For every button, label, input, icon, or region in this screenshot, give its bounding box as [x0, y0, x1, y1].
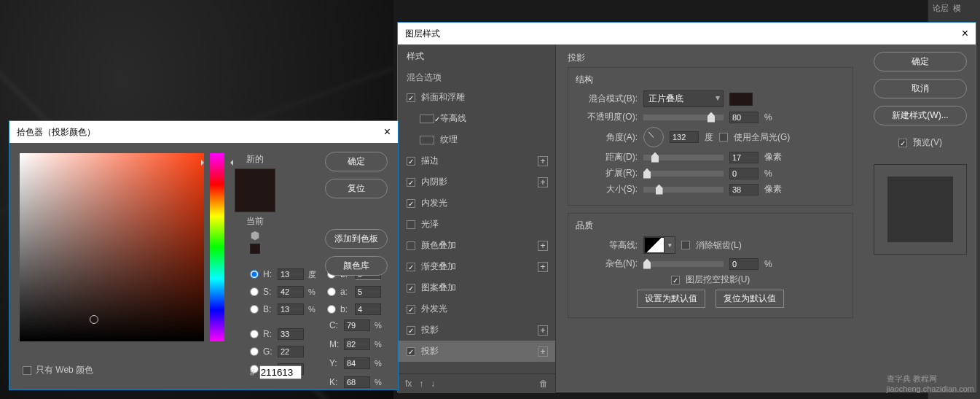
style-item-color-overlay[interactable]: 颜色叠加+	[398, 235, 555, 256]
radio-b[interactable]	[250, 305, 259, 314]
hue-slider[interactable]	[210, 153, 224, 341]
checkbox-icon[interactable]	[407, 178, 415, 187]
g-input[interactable]	[278, 346, 304, 357]
checkbox-icon[interactable]	[407, 220, 415, 229]
hex-input[interactable]	[259, 365, 302, 379]
antialias-checkbox[interactable]	[681, 241, 690, 249]
reset-default-button[interactable]: 复位为默认值	[716, 290, 784, 308]
gamut-color-swatch[interactable]	[250, 244, 260, 254]
bc-input[interactable]	[278, 303, 304, 315]
add-effect-icon[interactable]: +	[538, 262, 548, 272]
add-effect-icon[interactable]: +	[538, 177, 548, 187]
style-item-drop-shadow-1[interactable]: 投影+	[398, 319, 555, 341]
add-swatch-button[interactable]: 添加到色板	[325, 229, 388, 249]
angle-dial[interactable]	[643, 127, 664, 147]
panel-tab-layers[interactable]: 论层	[933, 3, 949, 14]
opacity-input[interactable]	[729, 112, 758, 123]
styles-heading[interactable]: 样式	[398, 44, 555, 69]
new-style-button[interactable]: 新建样式(W)...	[874, 106, 967, 125]
color-libraries-button[interactable]: 颜色库	[325, 256, 388, 276]
checkbox-icon[interactable]	[407, 305, 415, 314]
style-item-pattern-overlay[interactable]: 图案叠加	[398, 277, 555, 298]
knockout-checkbox[interactable]	[671, 276, 680, 284]
checkbox-icon[interactable]	[407, 93, 415, 102]
web-only-checkbox[interactable]	[23, 366, 31, 375]
style-item-gradient-overlay[interactable]: 渐变叠加+	[398, 256, 555, 277]
radio-h[interactable]	[250, 270, 259, 279]
checkbox-icon[interactable]	[407, 347, 415, 356]
s-input[interactable]	[278, 286, 304, 298]
m-input[interactable]	[344, 338, 370, 350]
make-default-button[interactable]: 设置为默认值	[637, 290, 705, 308]
radio-g[interactable]	[250, 347, 259, 356]
style-item-satin[interactable]: 光泽	[398, 214, 555, 235]
checkbox-icon[interactable]	[407, 263, 415, 271]
checkbox-icon[interactable]	[420, 115, 434, 123]
checkbox-icon[interactable]	[407, 199, 415, 208]
layer-style-titlebar[interactable]: 图层样式 ×	[398, 23, 976, 44]
color-picker-titlebar[interactable]: 拾色器（投影颜色） ×	[9, 121, 398, 143]
noise-input[interactable]	[729, 258, 758, 270]
opacity-slider[interactable]	[643, 115, 724, 120]
style-item-bevel[interactable]: 斜面和浮雕	[398, 87, 555, 108]
blend-mode-select[interactable]: 正片叠底	[643, 90, 724, 107]
spread-slider[interactable]	[643, 171, 724, 177]
checkbox-icon[interactable]	[407, 326, 415, 335]
k-unit: %	[375, 378, 385, 387]
add-effect-icon[interactable]: +	[538, 241, 548, 251]
cancel-button[interactable]: 取消	[874, 79, 967, 98]
blend-options[interactable]: 混合选项	[398, 69, 555, 87]
y-input[interactable]	[344, 357, 370, 369]
global-light-checkbox[interactable]	[719, 133, 728, 142]
checkbox-icon[interactable]	[407, 241, 415, 250]
trash-icon[interactable]: 🗑	[539, 379, 548, 389]
add-effect-icon[interactable]: +	[538, 325, 548, 336]
radio-b2[interactable]	[327, 305, 336, 314]
close-icon[interactable]: ×	[962, 27, 968, 40]
chevron-down-icon[interactable]: ▾	[665, 237, 675, 253]
radio-s[interactable]	[250, 287, 259, 296]
reset-button[interactable]: 复位	[325, 179, 388, 198]
checkbox-icon[interactable]	[407, 157, 415, 166]
checkbox-icon[interactable]	[420, 136, 434, 144]
add-effect-icon[interactable]: +	[538, 156, 548, 166]
radio-a[interactable]	[327, 287, 336, 296]
size-slider[interactable]	[643, 187, 724, 193]
r-input[interactable]	[278, 328, 304, 340]
angle-input[interactable]	[670, 131, 699, 143]
ok-button[interactable]: 确定	[325, 152, 388, 171]
style-item-inner-glow[interactable]: 内发光	[398, 193, 555, 214]
k-input[interactable]	[344, 376, 370, 388]
b2-input[interactable]	[355, 303, 381, 315]
panel-tab-other[interactable]: 横	[953, 3, 961, 14]
fx-icon[interactable]: fx	[405, 379, 412, 389]
dialog-right-buttons: 确定 取消 新建样式(W)... 预览(V)	[865, 44, 976, 393]
h-input[interactable]	[278, 268, 304, 280]
preview-checkbox[interactable]	[898, 139, 907, 147]
noise-slider[interactable]	[643, 261, 724, 267]
distance-input[interactable]	[729, 152, 758, 163]
color-compare-swatch[interactable]	[235, 168, 275, 212]
style-item-drop-shadow-2[interactable]: 投影+	[398, 341, 555, 362]
radio-r[interactable]	[250, 330, 259, 338]
a-input[interactable]	[355, 286, 381, 298]
distance-slider[interactable]	[643, 155, 724, 160]
ok-button[interactable]: 确定	[874, 52, 967, 71]
gamut-warning-icon[interactable]	[250, 231, 260, 241]
style-item-stroke[interactable]: 描边+	[398, 150, 555, 171]
move-down-icon[interactable]: ↓	[431, 379, 435, 389]
close-icon[interactable]: ×	[384, 125, 391, 139]
color-field[interactable]	[20, 153, 204, 341]
move-up-icon[interactable]: ↑	[419, 379, 423, 389]
shadow-color-chip[interactable]	[729, 93, 753, 106]
checkbox-icon[interactable]	[407, 284, 415, 293]
size-input[interactable]	[729, 184, 758, 195]
style-item-contour[interactable]: 等高线	[398, 108, 555, 129]
style-item-texture[interactable]: 纹理	[398, 129, 555, 150]
style-item-inner-shadow[interactable]: 内阴影+	[398, 171, 555, 193]
contour-picker[interactable]: ▾	[643, 236, 675, 254]
add-effect-icon[interactable]: +	[538, 346, 548, 357]
style-item-outer-glow[interactable]: 外发光	[398, 298, 555, 319]
spread-input[interactable]	[729, 168, 758, 179]
c-input[interactable]	[344, 319, 370, 331]
